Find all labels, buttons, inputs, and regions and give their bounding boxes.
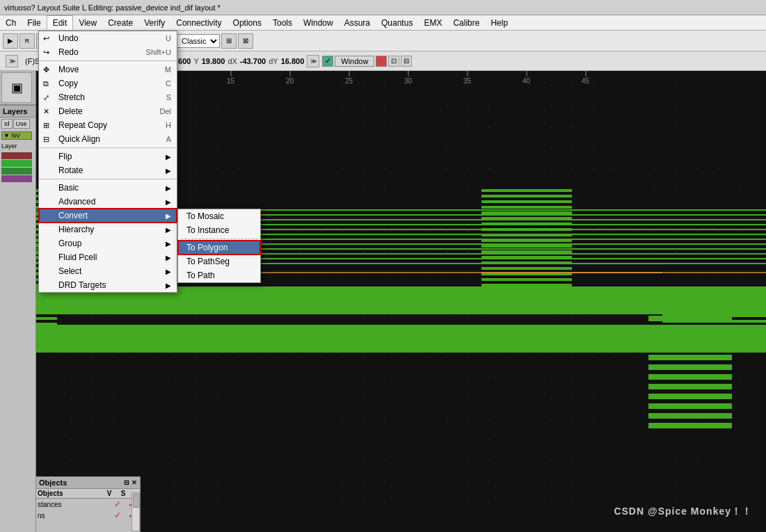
objects-panel-controls[interactable]: ⊟ ✕ [124,479,137,486]
menu-assura[interactable]: Assura [339,15,376,30]
sep-1 [39,61,177,61]
stances-v: ✓ [111,499,125,509]
classic-dropdown[interactable]: Classic [177,34,220,48]
menu-quantus[interactable]: Quantus [376,15,418,30]
scroll-thumb[interactable] [133,494,140,508]
stretch-label: Stretch [58,92,85,102]
menu-quick-align[interactable]: ⊟ Quick Align A [39,132,177,146]
red-indicator [376,56,387,67]
layer-swatch-2[interactable] [1,160,32,167]
delete-label: Delete [58,106,83,116]
copy-icon: ⧉ [43,79,49,88]
layer-swatch-4[interactable] [1,175,32,182]
tb-btn-11[interactable]: ⊠ [238,33,253,49]
menu-select[interactable]: Select ▶ [39,264,177,278]
drd-targets-label: DRD Targets [58,280,106,290]
menu-calibre[interactable]: Calibre [447,15,485,30]
s-col: S [116,490,130,497]
menu-rotate[interactable]: Rotate ▶ [39,163,177,177]
to-mosaic-label: To Mosaic [186,211,224,221]
menu-edit[interactable]: Edit [47,15,74,30]
nv-layer[interactable]: ▼ NV [1,131,32,140]
menu-options[interactable]: Options [228,15,267,30]
submenu-to-pathseg[interactable]: To PathSeg [178,255,260,268]
menu-stretch[interactable]: ⤢ Stretch S [39,90,177,104]
redo-icon: ↪ [43,48,49,57]
submenu-to-mosaic[interactable]: To Mosaic [178,209,260,223]
tb-small-btn4[interactable]: ⊟ [401,56,412,67]
ns-row: ns [38,512,111,519]
objects-name-col: Objects [38,490,102,497]
menu-convert[interactable]: Convert ▶ [39,209,177,223]
menu-view[interactable]: View [73,15,102,30]
quick-align-icon: ⊟ [43,135,49,144]
menu-redo[interactable]: ↪ Redo Shift+U [39,45,177,59]
to-instance-label: To Instance [186,225,229,235]
layer-swatch-1[interactable] [1,152,32,159]
hierarchy-arrow: ▶ [166,226,171,234]
menu-verify[interactable]: Verify [138,15,170,30]
sep-2 [39,147,177,148]
menu-copy[interactable]: ⧉ Copy C [39,76,177,90]
quick-align-shortcut: A [166,135,171,143]
tb-btn-10[interactable]: ⊞ [221,33,237,49]
move-label: Move [58,65,79,74]
tb-btn-1[interactable]: ▶ [3,33,18,49]
redo-shortcut: Shift+U [146,48,171,56]
menu-file[interactable]: File [22,15,46,30]
layer-label: Layer [0,141,35,151]
menu-basic[interactable]: Basic ▶ [39,181,177,195]
checkmark-icon[interactable]: ✓ [322,56,333,67]
hierarchy-label: Hierarchy [58,225,94,234]
quick-align-label: Quick Align [58,134,100,144]
menu-repeat-copy[interactable]: ⊞ Repeat Copy H [39,118,177,132]
menu-connectivity[interactable]: Connectivity [170,15,227,30]
redo-label: Redo [58,47,79,57]
to-path-label: To Path [186,271,215,280]
menu-hierarchy[interactable]: Hierarchy ▶ [39,223,177,236]
menu-flip[interactable]: Flip ▶ [39,150,177,163]
menu-group[interactable]: Group ▶ [39,236,177,250]
copy-shortcut: C [166,79,171,88]
advanced-label: Advanced [58,197,95,207]
delete-icon: ✕ [43,107,49,116]
menu-emx[interactable]: EMX [418,15,447,30]
menu-drd-targets[interactable]: DRD Targets ▶ [39,278,177,292]
copy-label: Copy [58,79,78,88]
submenu-to-path[interactable]: To Path [178,268,260,282]
layers-label: Layers [0,106,35,118]
use-tab[interactable]: Use [13,119,30,129]
objects-scrollbar[interactable] [131,492,140,531]
rotate-arrow: ▶ [166,167,171,175]
layer-swatch-3[interactable] [1,168,32,175]
menu-fluid-pcell[interactable]: Fluid Pcell ▶ [39,250,177,264]
ns-v: ✓ [111,510,125,520]
menu-delete[interactable]: ✕ Delete Del [39,104,177,118]
menu-ch[interactable]: Ch [0,15,22,30]
menu-window[interactable]: Window [298,15,339,30]
undo-label: Undo [58,33,79,43]
menu-move[interactable]: ✥ Move M [39,63,177,76]
main-icon[interactable]: ▣ [1,72,32,103]
sep-3 [39,179,177,179]
delete-shortcut: Del [159,107,171,115]
tb-btn-2[interactable]: R [19,33,35,49]
tb-small-btn2[interactable]: ≫ [307,55,319,67]
id-tab[interactable]: Id [1,119,13,129]
repeat-copy-shortcut: H [166,121,171,129]
flip-label: Flip [58,152,72,161]
tb-small-btn3[interactable]: ⊡ [388,56,399,67]
submenu-to-instance[interactable]: To Instance [178,223,260,237]
menu-advanced[interactable]: Advanced ▶ [39,195,177,209]
submenu-to-polygon[interactable]: To Polygon [178,241,260,255]
tb-small-btn[interactable]: ≫ [6,55,18,67]
undo-shortcut: U [166,34,171,42]
window-button[interactable]: Window [335,56,374,67]
flip-arrow: ▶ [166,153,171,161]
menu-undo[interactable]: ↩ Undo U [39,31,177,45]
menu-create[interactable]: Create [102,15,138,30]
undo-icon: ↩ [43,34,49,43]
menu-tools[interactable]: Tools [267,15,298,30]
menu-help[interactable]: Help [485,15,513,30]
move-icon: ✥ [43,65,49,74]
